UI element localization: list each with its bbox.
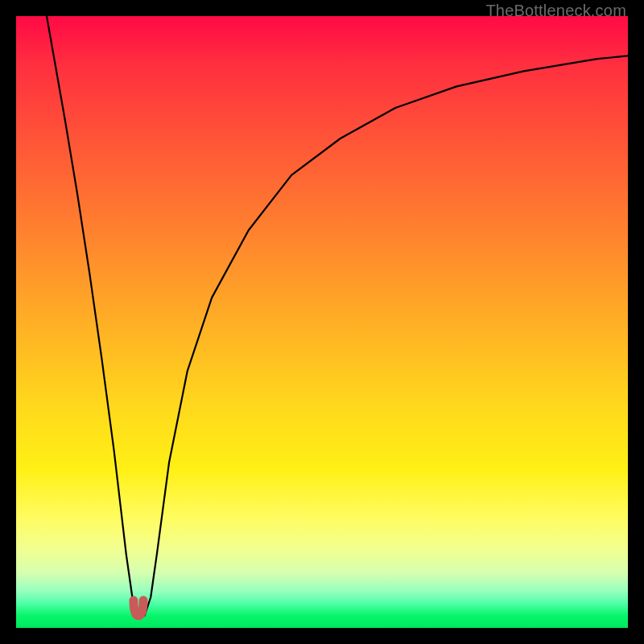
watermark-text: TheBottleneck.com [485,2,626,20]
chart-frame: TheBottleneck.com [0,0,644,644]
curve-layer [16,16,628,628]
minimum-marker [134,601,143,616]
plot-area [16,16,628,628]
bottleneck-curve [47,16,628,616]
marker-u-shape [134,601,143,616]
